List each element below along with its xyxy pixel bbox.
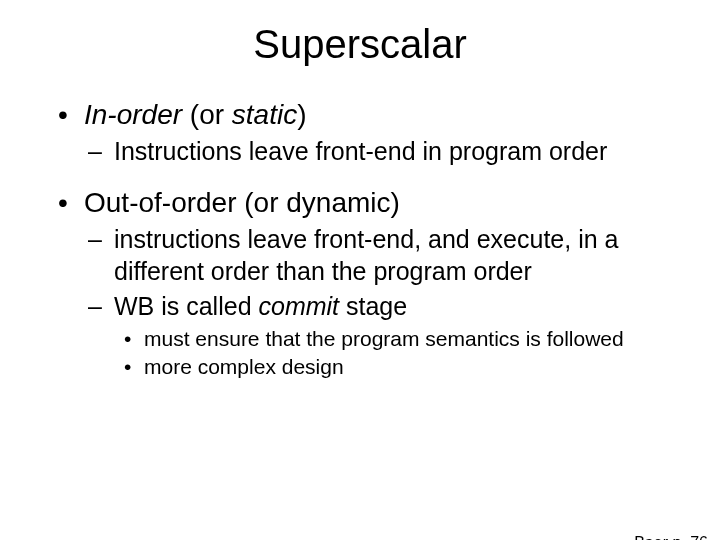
spacer bbox=[58, 171, 688, 179]
slide-title: Superscalar bbox=[0, 22, 720, 67]
text: stage bbox=[339, 292, 407, 320]
subbullet-in-order-desc: Instructions leave front-end in program … bbox=[88, 136, 688, 167]
subsubbullet-complex: more complex design bbox=[124, 354, 688, 380]
subbullet-wb-commit: WB is called commit stage bbox=[88, 291, 688, 322]
subsubbullet-semantics: must ensure that the program semantics i… bbox=[124, 326, 688, 352]
footer-citation: Baer p. 76 bbox=[634, 534, 708, 540]
text-italic: static bbox=[232, 99, 297, 130]
text-italic: commit bbox=[258, 292, 339, 320]
slide-body: In-order (or static) Instructions leave … bbox=[0, 97, 720, 381]
text-italic: In-order bbox=[84, 99, 182, 130]
bullet-out-of-order: Out-of-order (or dynamic) bbox=[58, 185, 688, 220]
text: WB is called bbox=[114, 292, 258, 320]
text: (or bbox=[182, 99, 232, 130]
text: ) bbox=[297, 99, 306, 130]
slide: Superscalar In-order (or static) Instruc… bbox=[0, 22, 720, 540]
subbullet-ooo-desc: instructions leave front-end, and execut… bbox=[88, 224, 688, 287]
bullet-in-order: In-order (or static) bbox=[58, 97, 688, 132]
